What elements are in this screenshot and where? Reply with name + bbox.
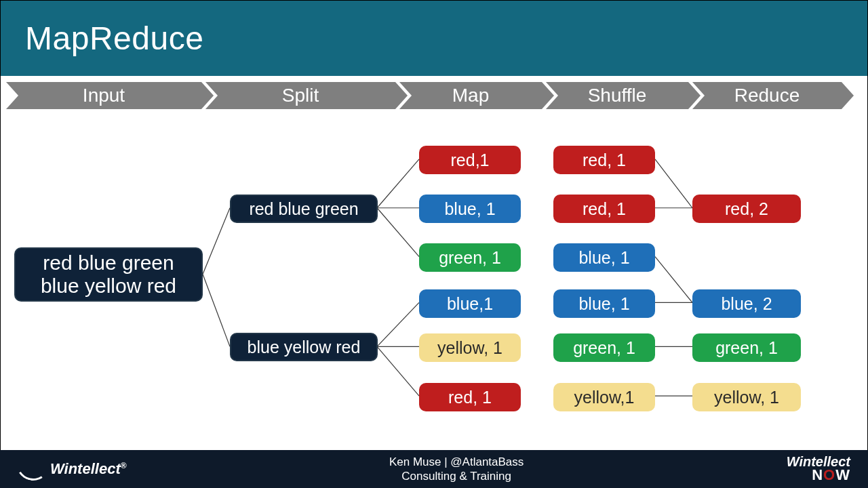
stage-split: Split [205,82,395,109]
footer-tagline: Consulting & Training [389,469,524,483]
slide-title: MapReduce [1,1,867,76]
map-box-5: yellow, 1 [419,333,521,362]
reduce-box-2: blue, 2 [692,289,801,318]
stage-shuffle: Shuffle [546,82,688,109]
split-box-1: red blue green [230,195,378,223]
diagram-canvas: red blue green blue yellow red red blue … [1,127,867,450]
stage-input: Input [6,82,201,109]
svg-line-2 [377,159,419,208]
split-box-2: blue yellow red [230,333,378,361]
svg-line-10 [655,257,692,303]
footer-bar: Wintellect® Ken Muse | @AtlantaBass Cons… [0,450,868,488]
map-box-1: red,1 [419,146,521,174]
stage-map: Map [399,82,542,109]
shuffle-box-6: yellow,1 [553,383,655,411]
map-box-2: blue, 1 [419,195,521,223]
slide: MapReduce Input Split Map Shuffle Reduce [1,1,867,450]
svg-line-7 [377,346,419,396]
svg-line-5 [377,302,419,346]
map-box-4: blue,1 [419,289,521,318]
footer-brand-left: Wintellect® [18,460,127,478]
shuffle-box-3: blue, 1 [553,243,655,272]
brand-left-text: Wintellect [50,460,121,477]
brand-right-bottom: NOW [812,466,850,483]
stage-chevrons: Input Split Map Shuffle Reduce [1,80,867,111]
shuffle-box-2: red, 1 [553,195,655,223]
reduce-box-3: green, 1 [692,333,801,362]
footer-brand-right: Wintellect NOW [787,455,850,483]
svg-line-0 [203,208,230,274]
footer-center: Ken Muse | @AtlantaBass Consulting & Tra… [389,455,524,484]
svg-line-4 [377,208,419,257]
map-box-3: green, 1 [419,243,521,272]
footer-author: Ken Muse | @AtlantaBass [389,455,524,469]
stage-reduce: Reduce [692,82,842,109]
input-box: red blue green blue yellow red [14,247,203,302]
svg-line-1 [203,274,230,347]
shuffle-box-1: red, 1 [553,146,655,174]
shuffle-box-5: green, 1 [553,333,655,362]
swoosh-icon [18,463,47,476]
registered-icon: ® [121,461,127,470]
map-box-6: red, 1 [419,383,521,411]
reduce-box-4: yellow, 1 [692,383,801,411]
reduce-box-1: red, 2 [692,195,801,223]
svg-line-8 [655,159,692,208]
shuffle-box-4: blue, 1 [553,289,655,318]
